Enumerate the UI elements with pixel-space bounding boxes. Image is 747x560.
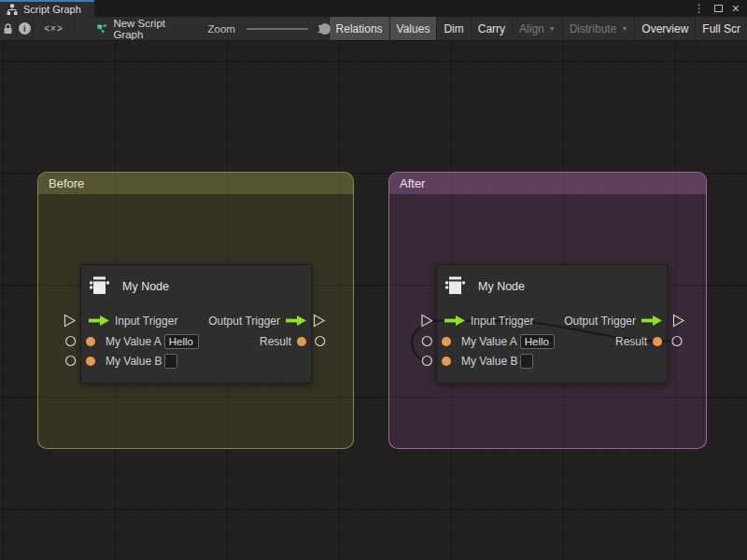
tab-script-graph[interactable]: Script Graph <box>0 0 94 17</box>
value-b-input[interactable] <box>520 354 533 369</box>
unit-node-icon <box>444 275 467 299</box>
lock-icon <box>3 23 13 35</box>
graph-toolbar: i <×> New Script Graph Zoom 1x Relations… <box>0 17 747 41</box>
graph-canvas[interactable]: Before After <box>0 41 747 560</box>
group-after-title: After <box>400 176 425 190</box>
overview-button[interactable]: Overview <box>634 17 695 40</box>
node-title: My Node <box>122 280 169 293</box>
carry-button[interactable]: Carry <box>471 17 512 40</box>
info-icon: i <box>19 22 31 35</box>
dim-button[interactable]: Dim <box>436 17 470 40</box>
carry-label: Carry <box>478 22 505 35</box>
output-trigger-label: Output Trigger <box>564 315 636 328</box>
chevron-down-icon: ▼ <box>549 25 556 32</box>
value-a-row: My Value A Result <box>436 330 668 352</box>
unit-node-icon <box>88 275 111 299</box>
values-button[interactable]: Values <box>389 17 437 40</box>
value-b-label: My Value B <box>461 355 517 368</box>
overview-label: Overview <box>641 22 688 35</box>
input-trigger-label: Input Trigger <box>115 315 177 328</box>
align-button[interactable]: Align ▼ <box>512 17 562 40</box>
result-label: Result <box>260 335 291 348</box>
distribute-button[interactable]: Distribute ▼ <box>562 17 635 40</box>
input-trigger-port-icon[interactable] <box>89 315 109 326</box>
value-b-port-icon[interactable] <box>442 357 451 366</box>
distribute-label: Distribute <box>570 22 617 35</box>
value-a-row: My Value A Result <box>80 330 312 352</box>
info-button[interactable]: i <box>17 17 34 40</box>
zoom-label: Zoom <box>208 23 235 35</box>
script-graph-asset-icon <box>97 22 106 35</box>
chevron-down-icon: ▼ <box>621 25 627 32</box>
node-header: My Node <box>444 273 525 300</box>
value-b-label: My Value B <box>106 355 162 368</box>
code-preview-toggle[interactable]: <×> <box>34 17 75 40</box>
output-trigger-port-icon[interactable] <box>286 315 306 326</box>
value-b-port-icon[interactable] <box>86 357 95 366</box>
value-b-row: My Value B <box>436 350 668 371</box>
output-trigger-label: Output Trigger <box>208 315 280 328</box>
value-a-port-icon[interactable] <box>442 337 451 346</box>
tab-title: Script Graph <box>23 4 81 15</box>
graph-name-label: New Script Graph <box>113 18 176 40</box>
result-port-icon[interactable] <box>297 337 306 346</box>
value-a-port-icon[interactable] <box>86 337 95 346</box>
toolbar-button-row: Relations Values Dim Carry Align ▼ Distr… <box>329 17 747 40</box>
value-a-input[interactable] <box>164 334 199 349</box>
node-title: My Node <box>478 280 525 293</box>
fullscreen-label: Full Scr <box>702 22 740 35</box>
tab-strip: Script Graph ⋮ × <box>0 0 747 17</box>
node-after[interactable]: My Node Input Trigger Output Trigger My … <box>436 264 668 384</box>
group-before-header[interactable]: Before <box>38 173 353 194</box>
output-trigger-port-icon[interactable] <box>641 315 662 326</box>
graph-hierarchy-icon <box>7 4 18 15</box>
dim-label: Dim <box>444 22 463 35</box>
value-b-row: My Value B <box>80 350 312 371</box>
input-trigger-label: Input Trigger <box>471 315 533 328</box>
fullscreen-button[interactable]: Full Scr <box>695 17 747 40</box>
value-a-label: My Value A <box>461 335 517 348</box>
result-label: Result <box>615 335 647 348</box>
trigger-row: Input Trigger Output Trigger <box>80 310 312 331</box>
panel-menu-icon[interactable]: ⋮ <box>694 3 705 14</box>
relations-label: Relations <box>336 22 383 35</box>
window-controls: ⋮ × <box>694 0 747 17</box>
close-icon[interactable]: × <box>732 2 740 15</box>
relations-button[interactable]: Relations <box>329 17 389 40</box>
script-graph-window: Script Graph ⋮ × i <×> <box>0 0 747 560</box>
lock-button[interactable] <box>0 17 17 40</box>
node-before[interactable]: My Node Input Trigger Output Trigger My … <box>80 264 312 384</box>
input-trigger-port-icon[interactable] <box>444 315 465 326</box>
group-before-title: Before <box>49 176 84 190</box>
result-port-icon[interactable] <box>653 337 662 346</box>
value-a-input[interactable] <box>520 334 555 349</box>
trigger-row: Input Trigger Output Trigger <box>436 310 668 331</box>
value-a-label: My Value A <box>106 335 162 348</box>
code-brackets-icon: <×> <box>44 23 63 34</box>
group-after-header[interactable]: After <box>389 173 706 194</box>
maximize-icon[interactable] <box>714 5 723 12</box>
node-header: My Node <box>88 273 169 300</box>
zoom-slider[interactable] <box>247 28 308 30</box>
align-label: Align <box>519 22 544 35</box>
value-b-input[interactable] <box>164 354 177 369</box>
values-label: Values <box>397 22 430 35</box>
graph-selector[interactable]: New Script Graph <box>97 18 176 40</box>
zoom-slider-handle[interactable] <box>319 23 331 35</box>
